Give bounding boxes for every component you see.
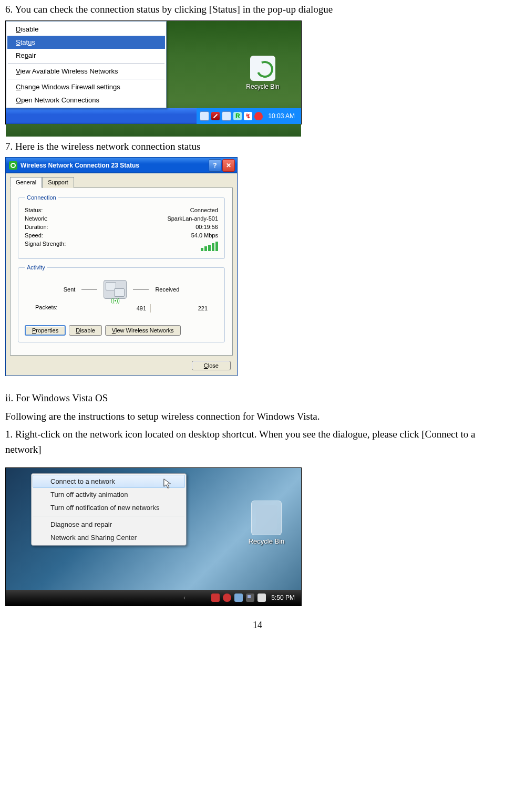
recycle-bin-icon [251,501,282,535]
help-button[interactable]: ? [209,159,221,172]
network-tray-icon[interactable] [246,594,254,602]
monitor-icon[interactable] [222,111,231,121]
speed-label: Speed: [25,232,43,238]
display-icon[interactable] [234,594,243,602]
menu-diagnose-repair[interactable]: Diagnose and repair [33,518,185,531]
disable-button[interactable]: Disable [69,325,102,336]
menu-connect-network[interactable]: Connect to a network [33,475,185,488]
recycle-bin-label: Recycle Bin [240,537,293,545]
w-tray-icon[interactable]: ↯ [244,112,252,120]
status-value: Connected [190,207,218,213]
volume-icon[interactable] [258,594,266,602]
recycle-bin[interactable]: Recycle Bin [239,56,286,90]
packets-label: Packets: [35,304,57,313]
xp-taskbar: R ↯ 10:03 AM [6,108,301,124]
packets-recv-value: 221 [155,305,208,311]
screenshot-status-dialog: Wireless Network Connection 23 Status ? … [5,157,238,376]
r-tray-icon[interactable]: R [233,112,242,120]
signal-label: Signal Strength: [25,241,66,251]
recycle-bin-icon [250,56,275,81]
vista-recycle-bin[interactable]: Recycle Bin [240,501,293,545]
system-tray: R ↯ 10:03 AM [197,108,301,124]
alert-icon[interactable] [223,594,231,602]
menu-open-connections[interactable]: Open Network Connections [7,93,165,107]
security-shield-icon[interactable] [254,112,263,120]
activity-computers-icon: ((•)) [104,280,127,299]
network-value: SparkLan-andy-501 [167,215,218,222]
menu-network-center[interactable]: Network and Sharing Center [33,531,185,544]
network-context-menu: Disable Status Repair View Available Wir… [6,21,167,108]
wireless-icon[interactable] [200,111,209,121]
window-title: Wireless Network Connection 23 Status [20,162,139,169]
divider-icon [150,304,151,313]
menu-firewall[interactable]: Change Windows Firewall settings [7,80,165,93]
view-wireless-button[interactable]: View Wireless Networks [105,325,181,336]
duration-label: Duration: [25,224,48,230]
activity-group: Activity Sent ((•)) Received Packets: 49… [18,264,225,342]
packets-sent-value: 491 [94,305,146,311]
status-label: Status: [25,207,43,213]
activity-legend: Activity [25,264,47,270]
menu-separator [33,516,184,516]
menu-disable[interactable]: Disable [7,23,165,36]
tab-strip: General Support Connection Status:Connec… [6,173,237,356]
tab-general[interactable]: General [10,177,42,188]
signal-bars-icon [201,241,218,251]
network-label: Network: [25,215,47,222]
screenshot-vista-context-menu: Recycle Bin Connect to a network Turn of… [5,467,302,606]
vista-intro: Following are the instructions to setup … [5,409,510,424]
close-window-button[interactable]: ✕ [222,159,235,172]
shield-icon[interactable] [211,594,220,602]
vista-heading: ii. For Windows Vista OS [5,391,510,406]
page-number: 14 [5,606,510,631]
network-disconnected-icon[interactable] [211,112,220,120]
duration-value: 00:19:56 [195,224,218,230]
line-icon [81,289,97,290]
step7-text: 7. Here is the wireless network connecti… [5,139,510,154]
menu-turn-off-notification[interactable]: Turn off notification of new networks [33,501,185,514]
speed-value: 54.0 Mbps [191,232,218,238]
recycle-bin-label: Recycle Bin [239,83,286,90]
menu-view-networks[interactable]: View Available Wireless Networks [7,65,165,78]
connection-group: Connection Status:Connected Network:Spar… [18,194,225,259]
close-button[interactable]: Close [192,361,231,370]
menu-turn-off-animation[interactable]: Turn off activity animation [33,488,185,501]
line-icon [133,289,149,290]
title-bar: Wireless Network Connection 23 Status ? … [6,158,237,173]
screenshot-xp-context-menu: Recycle Bin Disable Status Repair View A… [5,20,302,124]
sent-label: Sent [64,286,76,293]
tab-support[interactable]: Support [42,177,74,188]
menu-status[interactable]: Status [7,36,165,49]
vista-taskbar: ‹ 5:50 PM [6,590,301,606]
menu-repair[interactable]: Repair [7,49,165,62]
properties-button[interactable]: Properties [25,325,66,336]
step6-text: 6. You can check the connection status b… [5,2,510,17]
vista-step1: 1. Right-click on the network icon locat… [5,427,510,457]
menu-separator [8,63,164,64]
menu-separator [8,79,164,79]
connection-legend: Connection [25,194,58,201]
wireless-title-icon [9,161,17,170]
received-label: Received [155,286,179,293]
tab-panel-general: Connection Status:Connected Network:Spar… [10,188,233,356]
clock[interactable]: 10:03 AM [265,112,298,120]
clock[interactable]: 5:50 PM [269,594,297,601]
network-context-menu: Connect to a network Turn off activity a… [31,473,187,546]
